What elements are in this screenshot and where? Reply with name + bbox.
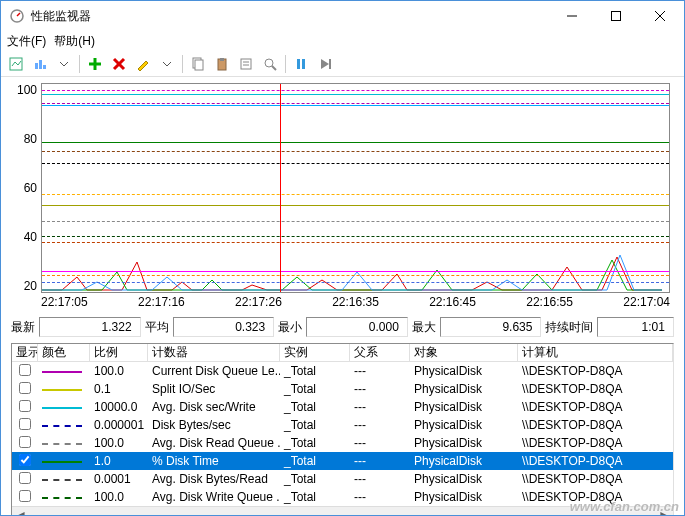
col-parent[interactable]: 父系 (350, 344, 410, 361)
svg-rect-23 (302, 59, 305, 69)
stat-avg-label: 平均 (145, 319, 169, 336)
cell-object: PhysicalDisk (410, 472, 518, 486)
cell-parent: --- (350, 400, 410, 414)
row-checkbox[interactable] (19, 472, 31, 484)
cell-scale: 10000.0 (90, 400, 148, 414)
view-dropdown-button[interactable] (53, 53, 75, 75)
cell-counter: Split IO/Sec (148, 382, 280, 396)
minimize-button[interactable] (550, 2, 594, 30)
row-checkbox[interactable] (19, 418, 31, 430)
table-row[interactable]: 0.1Split IO/Sec_Total---PhysicalDisk\\DE… (12, 380, 673, 398)
stat-min-value: 0.000 (306, 317, 408, 337)
copy-button[interactable] (187, 53, 209, 75)
maximize-button[interactable] (594, 2, 638, 30)
svg-rect-22 (297, 59, 300, 69)
cell-scale: 0.1 (90, 382, 148, 396)
color-swatch (42, 371, 82, 373)
close-button[interactable] (638, 2, 682, 30)
cell-computer: \\DESKTOP-D8QA (518, 472, 673, 486)
cell-counter: Current Disk Queue Le... (148, 364, 280, 378)
cell-object: PhysicalDisk (410, 436, 518, 450)
stat-max-label: 最大 (412, 319, 436, 336)
paste-button[interactable] (211, 53, 233, 75)
chart-plot[interactable] (41, 83, 670, 293)
svg-line-21 (272, 66, 276, 70)
row-checkbox[interactable] (19, 436, 31, 448)
cell-computer: \\DESKTOP-D8QA (518, 454, 673, 468)
row-checkbox[interactable] (19, 490, 31, 502)
cell-counter: Disk Bytes/sec (148, 418, 280, 432)
col-counter[interactable]: 计数器 (148, 344, 280, 361)
row-checkbox[interactable] (19, 364, 31, 376)
view-graph-button[interactable] (29, 53, 51, 75)
cell-instance: _Total (280, 418, 350, 432)
row-checkbox[interactable] (19, 400, 31, 412)
scroll-right-icon[interactable]: ► (657, 508, 671, 517)
menubar: 文件(F) 帮助(H) (1, 31, 684, 51)
stat-avg-value: 0.323 (173, 317, 275, 337)
view-current-button[interactable] (5, 53, 27, 75)
update-button[interactable] (314, 53, 336, 75)
table-row[interactable]: 10000.0Avg. Disk sec/Write_Total---Physi… (12, 398, 673, 416)
cell-counter: Avg. Disk sec/Write (148, 400, 280, 414)
col-show[interactable]: 显示 (12, 344, 38, 361)
color-swatch (42, 407, 82, 409)
cell-scale: 1.0 (90, 454, 148, 468)
menu-help[interactable]: 帮助(H) (54, 33, 95, 50)
horizontal-scrollbar[interactable]: ◄ ► (12, 506, 673, 516)
table-row[interactable]: 100.0Avg. Disk Write Queue ..._Total---P… (12, 488, 673, 506)
remove-counter-button[interactable] (108, 53, 130, 75)
color-swatch (42, 461, 82, 463)
stat-duration-label: 持续时间 (545, 319, 593, 336)
zoom-button[interactable] (259, 53, 281, 75)
col-object[interactable]: 对象 (410, 344, 518, 361)
stat-min-label: 最小 (278, 319, 302, 336)
stat-latest-value: 1.322 (39, 317, 141, 337)
table-row[interactable]: 100.0Current Disk Queue Le..._Total---Ph… (12, 362, 673, 380)
col-color[interactable]: 颜色 (38, 344, 90, 361)
cell-object: PhysicalDisk (410, 364, 518, 378)
cell-instance: _Total (280, 364, 350, 378)
cell-instance: _Total (280, 400, 350, 414)
separator (79, 55, 80, 73)
col-computer[interactable]: 计算机 (518, 344, 673, 361)
svg-point-20 (265, 59, 273, 67)
menu-file[interactable]: 文件(F) (7, 33, 46, 50)
titlebar: 性能监视器 (1, 1, 684, 31)
chart-y-axis: 10080604020 (11, 83, 37, 293)
stat-latest-label: 最新 (11, 319, 35, 336)
cell-parent: --- (350, 382, 410, 396)
table-row[interactable]: 100.0Avg. Disk Read Queue ..._Total---Ph… (12, 434, 673, 452)
row-checkbox[interactable] (19, 382, 31, 394)
properties-button[interactable] (235, 53, 257, 75)
table-row[interactable]: 0.0001Avg. Disk Bytes/Read_Total---Physi… (12, 470, 673, 488)
col-scale[interactable]: 比例 (90, 344, 148, 361)
color-swatch (42, 443, 82, 445)
highlight-dropdown-button[interactable] (156, 53, 178, 75)
scroll-left-icon[interactable]: ◄ (14, 508, 28, 517)
cell-parent: --- (350, 472, 410, 486)
toolbar (1, 51, 684, 77)
svg-rect-16 (220, 58, 224, 61)
cell-scale: 0.000001 (90, 418, 148, 432)
table-row[interactable]: 1.0% Disk Time_Total---PhysicalDisk\\DES… (12, 452, 673, 470)
add-counter-button[interactable] (84, 53, 106, 75)
color-swatch (42, 497, 82, 499)
chart-x-axis: 22:17:0522:17:1622:17:2622:16:3522:16:45… (41, 295, 670, 309)
cell-computer: \\DESKTOP-D8QA (518, 418, 673, 432)
cell-parent: --- (350, 490, 410, 504)
window-title: 性能监视器 (31, 8, 550, 25)
svg-rect-6 (35, 63, 38, 69)
stat-duration-value: 1:01 (597, 317, 674, 337)
svg-rect-8 (43, 65, 46, 69)
col-instance[interactable]: 实例 (280, 344, 350, 361)
table-row[interactable]: 0.000001Disk Bytes/sec_Total---PhysicalD… (12, 416, 673, 434)
freeze-button[interactable] (290, 53, 312, 75)
row-checkbox[interactable] (19, 454, 31, 466)
cell-counter: Avg. Disk Bytes/Read (148, 472, 280, 486)
cell-instance: _Total (280, 490, 350, 504)
highlight-button[interactable] (132, 53, 154, 75)
cell-counter: Avg. Disk Read Queue ... (148, 436, 280, 450)
cell-instance: _Total (280, 472, 350, 486)
separator (285, 55, 286, 73)
